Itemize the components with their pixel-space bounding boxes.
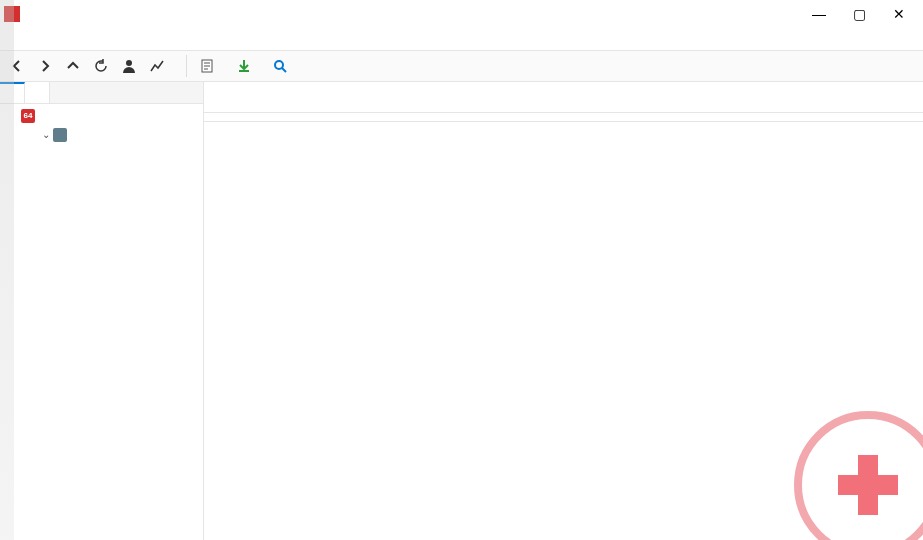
search-icon <box>273 59 287 73</box>
content-pane <box>204 82 923 540</box>
tree-item-storage[interactable]: ⌄ <box>0 125 203 144</box>
sidebar-tab-menu[interactable] <box>0 82 25 103</box>
refresh-button[interactable] <box>90 55 112 77</box>
menu-help[interactable] <box>86 37 98 41</box>
smart-table <box>204 112 923 122</box>
th-id[interactable] <box>204 113 254 122</box>
up-button[interactable] <box>62 55 84 77</box>
svg-line-6 <box>282 68 286 72</box>
menu-report[interactable] <box>38 37 50 41</box>
main-area: 64 ⌄ <box>0 82 923 540</box>
chart-icon[interactable] <box>146 55 168 77</box>
minimize-button[interactable]: — <box>799 0 839 28</box>
tree-root[interactable]: 64 <box>0 106 203 125</box>
chevron-down-icon: ⌄ <box>40 129 52 140</box>
th-threshold[interactable] <box>434 113 490 122</box>
sidebar-tab-favorites[interactable] <box>25 82 50 103</box>
back-button[interactable] <box>6 55 28 77</box>
title-bar: — ▢ ✕ <box>0 0 923 28</box>
device-desc-header <box>204 82 923 90</box>
sidebar: 64 ⌄ <box>0 82 204 540</box>
user-icon[interactable] <box>118 55 140 77</box>
svg-point-0 <box>126 60 132 66</box>
menu-file[interactable] <box>6 37 18 41</box>
report-button[interactable] <box>193 56 225 76</box>
toolbar <box>0 50 923 82</box>
app-badge-icon: 64 <box>21 109 35 123</box>
menu-favorites[interactable] <box>54 37 66 41</box>
smart-table-wrap <box>204 112 923 540</box>
sidebar-tabs <box>0 82 203 104</box>
forward-button[interactable] <box>34 55 56 77</box>
th-status[interactable] <box>630 113 923 122</box>
th-current[interactable] <box>490 113 530 122</box>
app-icon <box>4 6 20 22</box>
driver-update-button[interactable] <box>267 57 297 75</box>
th-worst[interactable] <box>530 113 570 122</box>
tree: 64 ⌄ <box>0 104 203 540</box>
storage-icon <box>53 128 67 142</box>
status-block <box>204 96 923 112</box>
bios-update-button[interactable] <box>231 57 261 75</box>
menu-tools[interactable] <box>70 37 82 41</box>
th-raw[interactable] <box>570 113 630 122</box>
maximize-button[interactable]: ▢ <box>839 0 879 28</box>
close-button[interactable]: ✕ <box>879 0 919 28</box>
report-icon <box>199 58 215 74</box>
menu-view[interactable] <box>22 37 34 41</box>
download-icon <box>237 59 251 73</box>
svg-point-5 <box>275 61 283 69</box>
th-desc[interactable] <box>254 113 434 122</box>
menu-bar <box>0 28 923 50</box>
